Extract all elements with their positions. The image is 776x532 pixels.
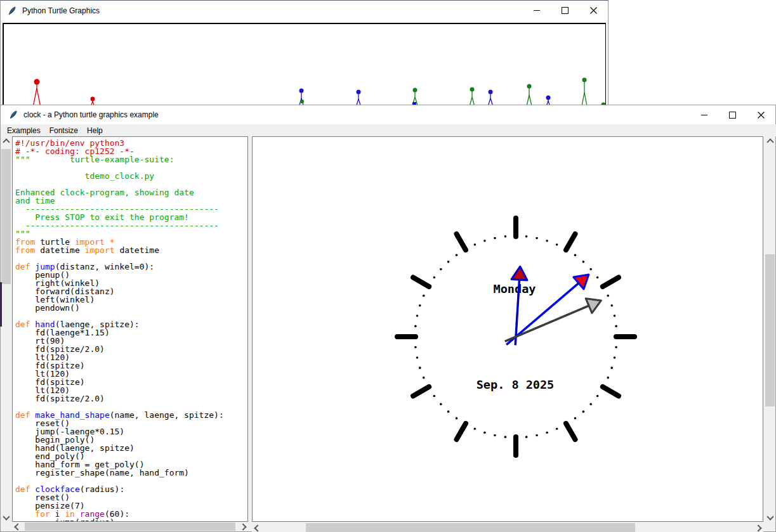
scrollbar-thumb[interactable]: [765, 254, 775, 406]
source-code-text: #!/usr/bin/env python3# -*- coding: cp12…: [15, 139, 224, 522]
minimize-icon: [701, 115, 707, 115]
clock-minute-dot: [536, 434, 538, 437]
clock-hour-tick: [603, 387, 619, 396]
clock-minute-dot: [536, 237, 538, 240]
code-line: ---------------------------------------: [15, 221, 224, 230]
clock-minute-dot: [525, 235, 528, 238]
clock-minute-dot: [607, 377, 609, 379]
clock-minute-dot: [414, 325, 417, 328]
chevron-up-icon: [3, 138, 10, 145]
clock-minute-dot: [483, 431, 486, 434]
code-line: register_shape(name, hand_form): [15, 469, 224, 477]
scroll-up-button[interactable]: [1, 136, 11, 147]
minimize-button[interactable]: [690, 105, 718, 124]
minimize-icon: [534, 10, 540, 11]
code-line: tdemo_clock.py: [15, 172, 224, 180]
clock-minute-dot: [556, 427, 558, 430]
clock-minute-dot: [610, 367, 613, 369]
chevron-up-icon: [766, 138, 773, 145]
canvas-horizontal-scrollbar[interactable]: [252, 523, 763, 532]
clock-minute-dot: [456, 254, 458, 257]
scroll-right-button[interactable]: [237, 522, 248, 531]
clock-minute-dot: [419, 304, 421, 307]
chevron-down-icon: [766, 513, 773, 520]
menu-item-examples[interactable]: Examples: [3, 126, 45, 136]
clock-minute-dot: [610, 304, 613, 307]
scrollbar-thumb[interactable]: [1, 149, 11, 284]
window-title: Python Turtle Graphics: [22, 6, 100, 15]
code-line: from datetime import datetime: [15, 246, 224, 254]
scroll-down-button[interactable]: [1, 511, 11, 522]
clock-minute-dot: [414, 346, 417, 349]
chevron-down-icon: [3, 513, 10, 520]
scroll-left-button[interactable]: [12, 522, 23, 531]
chevron-right-icon: [239, 523, 246, 530]
clock-minute-dot: [440, 403, 442, 406]
chevron-right-icon: [754, 524, 761, 531]
code-horizontal-scrollbar[interactable]: [12, 522, 248, 531]
clock-minute-dot: [504, 235, 507, 238]
chevron-left-icon: [254, 524, 261, 531]
scroll-left-button[interactable]: [252, 523, 263, 532]
tk-feather-icon: [7, 6, 17, 16]
background-window-edge-artifact: [0, 282, 2, 327]
turtle-graphics-titlebar: Python Turtle Graphics: [1, 1, 608, 20]
clock-minute-dot: [582, 261, 585, 263]
clock-minute-dot: [607, 295, 609, 297]
scrollbar-thumb[interactable]: [25, 522, 235, 531]
clock-date-label: Sep. 8 2025: [477, 378, 555, 391]
turtle-figure: [412, 88, 418, 107]
canvas-vertical-scrollbar[interactable]: [765, 136, 775, 522]
close-button[interactable]: [579, 1, 608, 20]
clock-hour-tick: [566, 424, 575, 439]
close-icon: [590, 7, 597, 14]
clock-hour-tick: [413, 387, 429, 396]
scrollbar-thumb[interactable]: [306, 523, 635, 532]
clock-minute-dot: [574, 417, 577, 420]
clock-minute-dot: [546, 240, 548, 242]
turtle-figures: [4, 24, 605, 107]
minimize-button[interactable]: [522, 1, 551, 20]
clock-minute-dot: [483, 240, 486, 242]
turtle-figure: [582, 78, 587, 107]
clock-minute-dot: [546, 431, 548, 434]
source-code-pane[interactable]: #!/usr/bin/env python3# -*- coding: cp12…: [12, 136, 248, 522]
close-icon: [758, 112, 765, 119]
clock-minute-dot: [596, 276, 599, 279]
clock-minute-dot: [447, 261, 450, 263]
clock-canvas-pane: MondaySep. 8 2025: [252, 136, 763, 522]
clock-minute-dot: [589, 268, 592, 271]
clock-minute-dot: [582, 410, 585, 413]
clock-minute-dot: [596, 395, 599, 398]
clock-minute-dot: [574, 254, 577, 257]
menu-item-fontsize[interactable]: Fontsize: [45, 126, 82, 136]
clock-minute-dot: [494, 434, 496, 437]
menubar: ExamplesFontsizeHelp: [1, 124, 776, 136]
clock-minute-dot: [416, 315, 419, 317]
menu-item-help[interactable]: Help: [82, 126, 107, 136]
clock-minute-dot: [556, 243, 558, 246]
chevron-left-icon: [14, 523, 21, 530]
clock-hour-tick: [457, 424, 466, 439]
scroll-right-button[interactable]: [753, 523, 763, 532]
clock-minute-dot: [447, 410, 450, 413]
turtle-figure: [470, 88, 475, 107]
clock-face: MondaySep. 8 2025: [253, 137, 763, 521]
maximize-button[interactable]: [718, 105, 747, 124]
clock-minute-dot: [416, 356, 419, 359]
clock-minute-dot: [615, 325, 617, 328]
clock-hour-tick: [457, 234, 466, 250]
maximize-button[interactable]: [551, 1, 579, 20]
clock-minute-dot: [433, 276, 436, 279]
turtle-figure: [299, 89, 304, 107]
clock-hour-tick: [566, 234, 575, 250]
clock-minute-dot: [614, 356, 616, 359]
scroll-up-button[interactable]: [765, 136, 775, 147]
close-button[interactable]: [747, 105, 775, 124]
clock-minute-dot: [504, 436, 507, 438]
clock-minute-dot: [423, 295, 425, 297]
clock-minute-dot: [433, 395, 436, 398]
code-vertical-scrollbar[interactable]: [1, 136, 11, 522]
scroll-down-button[interactable]: [765, 511, 775, 522]
clock-minute-dot: [474, 427, 477, 430]
